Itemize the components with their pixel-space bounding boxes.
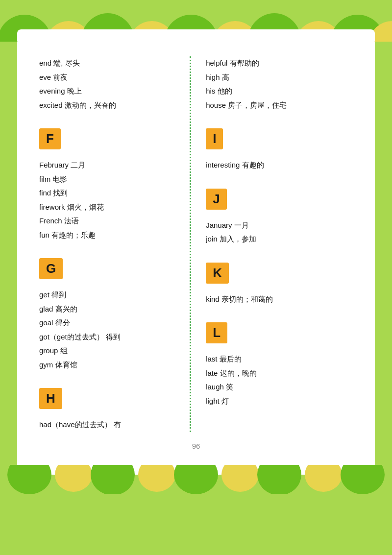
word-entry: February 二月 — [39, 158, 180, 172]
word-entry: last 最后的 — [206, 352, 353, 366]
word-entry: join 加入，参加 — [206, 232, 353, 246]
right-column: helpful 有帮助的 high 高 his 他的 house 房子，房屋，住… — [190, 56, 353, 432]
word-entry: late 迟的，晚的 — [206, 366, 353, 381]
word-entry: fun 有趣的；乐趣 — [39, 228, 180, 242]
word-entry: get 得到 — [39, 288, 180, 302]
word-entry: film 电影 — [39, 172, 180, 187]
main-page: end 端, 尽头 eve 前夜 evening 晚上 excited 激动的，… — [17, 42, 375, 465]
word-entry: light 灯 — [206, 394, 353, 409]
word-entry: French 法语 — [39, 214, 180, 228]
word-entry: interesting 有趣的 — [206, 158, 353, 172]
word-entry: group 组 — [39, 344, 180, 358]
word-entry: gym 体育馆 — [39, 358, 180, 372]
word-entry: find 找到 — [39, 186, 180, 200]
section-letter-l: L — [206, 322, 227, 343]
svg-rect-11 — [17, 29, 375, 42]
word-entry: firework 烟火，烟花 — [39, 200, 180, 215]
page-number: 96 — [39, 442, 353, 455]
section-letter-f: F — [39, 128, 61, 149]
word-entry: had（have的过去式） 有 — [39, 418, 180, 432]
word-entry: eve 前夜 — [39, 71, 180, 85]
word-entry: evening 晚上 — [39, 84, 180, 98]
section-letter-h: H — [39, 388, 62, 409]
word-entry: excited 激动的，兴奋的 — [39, 98, 180, 113]
section-letter-i: I — [206, 128, 223, 149]
word-entry: high 高 — [206, 71, 353, 85]
word-entry: end 端, 尽头 — [39, 56, 180, 71]
columns-container: end 端, 尽头 eve 前夜 evening 晚上 excited 激动的，… — [39, 56, 353, 432]
word-entry: got（get的过去式） 得到 — [39, 330, 180, 344]
word-entry: his 他的 — [206, 84, 353, 98]
left-column: end 端, 尽头 eve 前夜 evening 晚上 excited 激动的，… — [39, 56, 190, 432]
word-entry: kind 亲切的；和蔼的 — [206, 292, 353, 307]
top-decoration — [0, 0, 392, 42]
word-entry: glad 高兴的 — [39, 302, 180, 316]
word-entry: house 房子，房屋，住宅 — [206, 98, 353, 113]
section-letter-k: K — [206, 263, 229, 284]
word-entry: laugh 笑 — [206, 380, 353, 394]
page-wrapper: end 端, 尽头 eve 前夜 evening 晚上 excited 激动的，… — [0, 0, 392, 555]
section-letter-g: G — [39, 258, 63, 279]
bottom-decoration — [0, 465, 392, 494]
word-entry: January 一月 — [206, 218, 353, 233]
word-entry: goal 得分 — [39, 316, 180, 330]
section-letter-j: J — [206, 189, 226, 210]
word-entry: helpful 有帮助的 — [206, 56, 353, 71]
